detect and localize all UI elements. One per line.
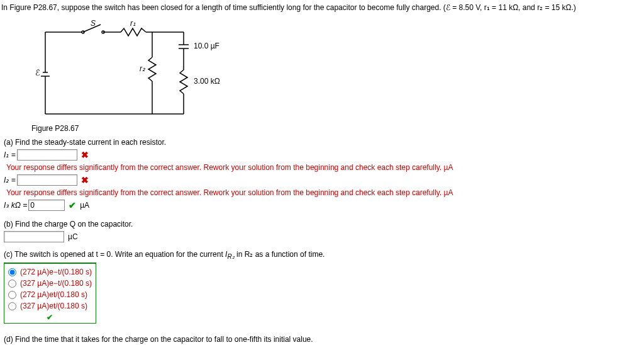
- part-b-title: (b) Find the charge Q on the capacitor.: [4, 220, 644, 229]
- option-3-label: (327 µA)et/(0.180 s): [20, 302, 87, 310]
- row-q: µC: [4, 231, 644, 242]
- unit-i3: µA: [80, 201, 89, 210]
- label-r1: r₁: [130, 20, 136, 28]
- feedback-i2: Your response differs significantly from…: [6, 188, 644, 197]
- figure-caption: Figure P28.67: [31, 124, 644, 133]
- label-i2: I₂ =: [4, 176, 16, 184]
- label-s: S: [91, 20, 96, 28]
- feedback-i1: Your response differs significantly from…: [6, 163, 644, 172]
- radio-1[interactable]: [8, 280, 16, 288]
- part-b: (b) Find the charge Q on the capacitor. …: [4, 220, 644, 242]
- input-q[interactable]: [4, 231, 64, 242]
- part-c-sub: R₂: [227, 253, 234, 260]
- x-icon: ✖: [81, 150, 89, 160]
- row-i1: I₁ = ✖: [4, 149, 644, 161]
- label-r2: r₂: [140, 64, 146, 73]
- option-1-label: (327 µA)e−t/(0.180 s): [20, 279, 92, 288]
- input-i1[interactable]: [17, 149, 77, 161]
- label-cap: 10.0 µF: [194, 42, 219, 50]
- option-1[interactable]: (327 µA)e−t/(0.180 s): [8, 278, 92, 289]
- circuit-svg: S r₁ r₂ ℰ 10.0 µF 3.00 kΩ: [20, 20, 228, 120]
- option-2-label: (272 µA)et/(0.180 s): [20, 290, 87, 299]
- option-0-label: (272 µA)e−t/(0.180 s): [20, 268, 92, 276]
- option-0[interactable]: (272 µA)e−t/(0.180 s): [8, 266, 92, 278]
- option-2[interactable]: (272 µA)et/(0.180 s): [8, 289, 92, 300]
- options-container: (272 µA)e−t/(0.180 s) (327 µA)e−t/(0.180…: [4, 263, 96, 324]
- check-icon: ✔: [69, 200, 76, 210]
- label-i1: I₁ =: [4, 150, 16, 159]
- radio-2[interactable]: [8, 291, 16, 299]
- unit-q: µC: [68, 232, 78, 241]
- problem-statement: In Figure P28.67, suppose the switch has…: [1, 3, 644, 13]
- x-icon: ✖: [81, 175, 89, 185]
- input-i2[interactable]: [17, 174, 77, 186]
- problem-intro: In Figure P28.67, suppose the switch has…: [1, 3, 576, 12]
- part-c: (c) The switch is opened at t = 0. Write…: [4, 250, 644, 325]
- part-d: (d) Find the time that it takes for the …: [4, 335, 644, 345]
- part-d-title: (d) Find the time that it takes for the …: [4, 335, 644, 344]
- radio-0[interactable]: [8, 268, 16, 276]
- input-i3[interactable]: [28, 200, 65, 211]
- part-c-title: (c) The switch is opened at t = 0. Write…: [4, 250, 644, 260]
- part-c-pre: (c) The switch is opened at t = 0. Write…: [4, 250, 225, 259]
- row-i2: I₂ = ✖: [4, 174, 644, 186]
- options-check-icon: ✔: [8, 313, 92, 322]
- row-i3: I₃ kΩ = ✔ µA: [4, 200, 644, 211]
- part-a: (a) Find the steady-state current in eac…: [4, 138, 644, 211]
- label-i3: I₃ kΩ =: [4, 201, 27, 210]
- option-3[interactable]: (327 µA)et/(0.180 s): [8, 300, 92, 312]
- circuit-figure: S r₁ r₂ ℰ 10.0 µF 3.00 kΩ: [20, 20, 644, 120]
- radio-3[interactable]: [8, 302, 16, 310]
- label-rextra: 3.00 kΩ: [194, 77, 220, 86]
- part-a-title: (a) Find the steady-state current in eac…: [4, 138, 644, 147]
- part-c-post: in R₂ as a function of time.: [236, 250, 325, 259]
- label-emf: ℰ: [35, 68, 40, 77]
